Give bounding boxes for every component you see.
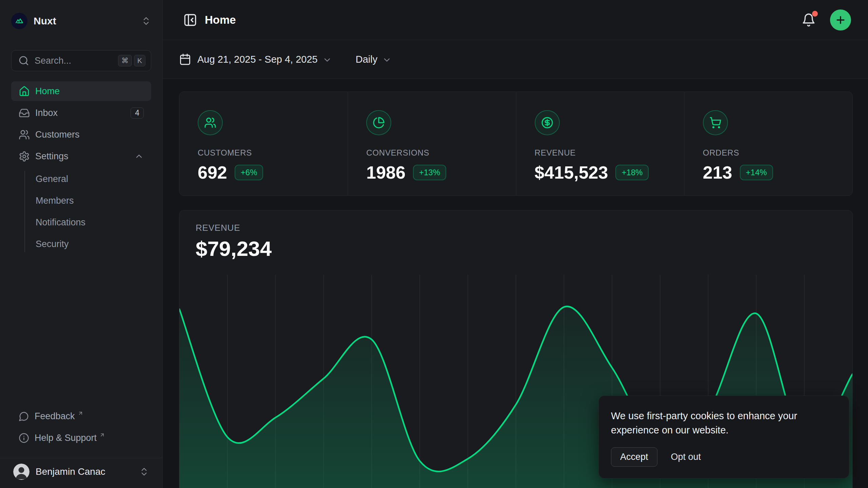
external-link-icon xyxy=(99,432,105,438)
chat-bubble-icon xyxy=(19,411,29,422)
nuxt-logo-icon xyxy=(11,13,27,29)
date-range-picker[interactable]: Aug 21, 2025 - Sep 4, 2025 xyxy=(179,53,332,65)
search-input[interactable]: Search... ⌘ K xyxy=(11,50,151,71)
stat-value: 1986 xyxy=(366,162,406,183)
stat-value: 692 xyxy=(198,162,227,183)
plus-icon xyxy=(835,14,846,26)
stat-value: 213 xyxy=(703,162,732,183)
sidebar-item-settings[interactable]: Settings xyxy=(11,146,151,166)
shopping-cart-icon xyxy=(703,110,728,135)
search-icon xyxy=(18,55,29,66)
sidebar: Nuxt Search... ⌘ K Home xyxy=(0,0,163,488)
sidebar-item-label: Settings xyxy=(35,151,134,162)
sidebar-item-label: Customers xyxy=(35,129,144,140)
sidebar-nav: Home Inbox 4 Customers Settings xyxy=(11,81,151,255)
sidebar-item-general[interactable]: General xyxy=(36,168,151,190)
sidebar-item-label: Inbox xyxy=(35,108,131,118)
chevrons-up-down-icon xyxy=(141,16,151,26)
granularity-select[interactable]: Daily xyxy=(356,54,392,65)
search-placeholder: Search... xyxy=(35,56,116,66)
revenue-chart-value: $79,234 xyxy=(196,237,836,261)
stat-card-revenue[interactable]: REVENUE $415,523 +18% xyxy=(516,92,684,196)
sidebar-spacer xyxy=(11,255,151,406)
panel-left-close-icon xyxy=(183,13,197,27)
cookie-actions: Accept Opt out xyxy=(611,447,837,467)
notification-dot xyxy=(812,11,818,17)
revenue-chart-header: REVENUE $79,234 xyxy=(179,210,852,261)
dollar-circle-icon xyxy=(535,110,560,135)
sidebar-item-home[interactable]: Home xyxy=(11,81,151,101)
stat-card-customers[interactable]: CUSTOMERS 692 +6% xyxy=(179,92,348,196)
stat-card-conversions[interactable]: CONVERSIONS 1986 +13% xyxy=(348,92,516,196)
chevron-down-icon xyxy=(322,55,332,65)
stat-change-badge: +18% xyxy=(615,165,649,180)
chevrons-up-down-icon xyxy=(139,467,149,477)
inbox-icon xyxy=(19,107,30,119)
settings-subnav: General Members Notifications Security xyxy=(11,168,151,255)
users-icon xyxy=(19,129,30,140)
calendar-icon xyxy=(179,53,191,65)
accept-button[interactable]: Accept xyxy=(611,447,657,467)
cookie-message: We use first-party cookies to enhance yo… xyxy=(611,409,821,437)
stat-value: $415,523 xyxy=(535,162,608,183)
user-name: Benjamin Canac xyxy=(36,466,139,477)
inbox-count-badge: 4 xyxy=(131,107,144,119)
sidebar-divider xyxy=(0,458,162,458)
dashboard-app: Nuxt Search... ⌘ K Home xyxy=(0,0,868,488)
sidebar-footer-nav: Feedback Help & Support xyxy=(11,406,151,450)
sidebar-item-label: Home xyxy=(35,86,144,97)
sidebar-item-customers[interactable]: Customers xyxy=(11,125,151,144)
revenue-chart-label: REVENUE xyxy=(196,223,836,233)
filter-bar: Aug 21, 2025 - Sep 4, 2025 Daily xyxy=(163,40,868,79)
avatar xyxy=(13,464,29,480)
stats-row: CUSTOMERS 692 +6% CONVERSIONS 1986 +13% xyxy=(179,92,853,196)
stat-label: CONVERSIONS xyxy=(366,148,502,158)
create-button[interactable] xyxy=(830,9,851,30)
kbd-k: K xyxy=(134,55,145,66)
pie-chart-icon xyxy=(366,110,391,135)
kbd-cmd: ⌘ xyxy=(118,55,132,66)
collapse-sidebar-button[interactable] xyxy=(180,10,200,30)
sidebar-item-label: Help & Support xyxy=(35,433,97,443)
sidebar-item-members[interactable]: Members xyxy=(36,190,151,211)
chevron-down-icon xyxy=(382,55,392,65)
sidebar-item-label: Feedback xyxy=(35,411,75,422)
info-circle-icon xyxy=(19,433,29,443)
date-range-value: Aug 21, 2025 - Sep 4, 2025 xyxy=(197,54,318,65)
stat-card-orders[interactable]: ORDERS 213 +14% xyxy=(684,92,852,196)
stat-label: REVENUE xyxy=(535,148,671,158)
cookie-banner: We use first-party cookies to enhance yo… xyxy=(598,395,849,479)
top-bar: Home xyxy=(163,0,868,40)
stat-change-badge: +14% xyxy=(740,165,773,180)
chevron-up-icon xyxy=(134,151,144,161)
sidebar-item-notifications[interactable]: Notifications xyxy=(36,211,151,233)
sidebar-item-inbox[interactable]: Inbox 4 xyxy=(11,103,151,123)
stat-label: CUSTOMERS xyxy=(198,148,334,158)
stat-change-badge: +13% xyxy=(413,165,446,180)
users-icon xyxy=(198,110,223,135)
stat-label: ORDERS xyxy=(703,148,839,158)
workspace-name: Nuxt xyxy=(34,15,141,27)
home-icon xyxy=(19,86,30,97)
sidebar-item-help-support[interactable]: Help & Support xyxy=(11,428,151,448)
sidebar-item-feedback[interactable]: Feedback xyxy=(11,406,151,426)
granularity-value: Daily xyxy=(356,54,377,65)
workspace-switcher[interactable]: Nuxt xyxy=(11,10,151,32)
stat-change-badge: +6% xyxy=(235,165,263,180)
page-title: Home xyxy=(205,14,236,26)
sidebar-item-security[interactable]: Security xyxy=(36,233,151,255)
user-menu[interactable]: Benjamin Canac xyxy=(11,461,151,483)
gear-icon xyxy=(19,151,30,162)
notifications-button[interactable] xyxy=(799,10,818,30)
opt-out-button[interactable]: Opt out xyxy=(671,452,701,462)
external-link-icon xyxy=(78,410,83,416)
